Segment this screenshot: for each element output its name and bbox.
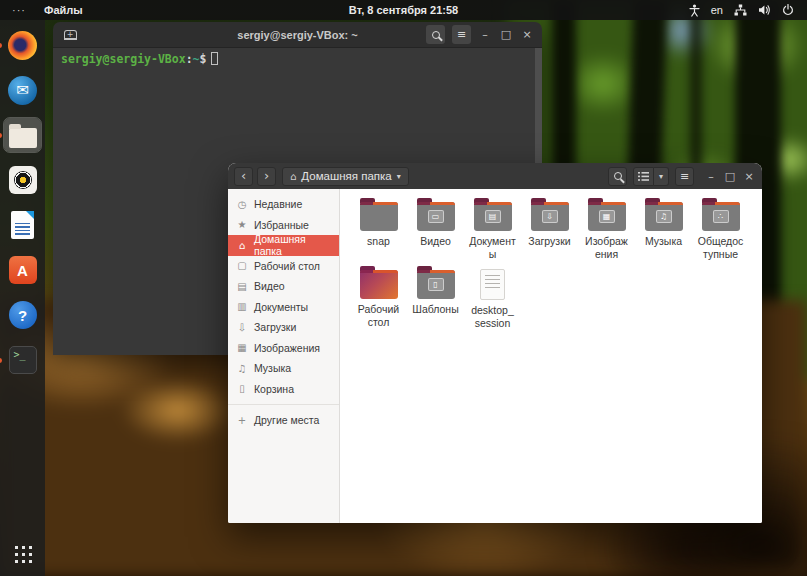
search-icon (614, 172, 622, 180)
terminal-minimize-button[interactable]: – (478, 28, 492, 41)
files-search-button[interactable] (608, 167, 627, 186)
folder-icon: ∴ (702, 202, 740, 231)
grid-item-documents[interactable]: ▤ Документ ы (464, 196, 521, 260)
download-emblem-icon: ⇩ (542, 210, 558, 223)
clock[interactable]: Вт, 8 сентября 21:58 (0, 4, 807, 16)
show-applications-button[interactable] (4, 536, 41, 570)
terminal-search-button[interactable] (426, 25, 445, 44)
sidebar-item-music[interactable]: ♫ Музыка (228, 358, 339, 379)
files-menu-button[interactable]: ≡ (675, 167, 694, 186)
grid-item-label: Шаблоны (412, 303, 458, 316)
star-icon: ★ (236, 219, 248, 230)
grid-item-label: Общедос тупные (698, 235, 744, 260)
sidebar-item-label: Музыка (254, 362, 291, 374)
grid-item-videos[interactable]: ▭ Видео (407, 196, 464, 260)
activities-button[interactable]: ··· (12, 4, 26, 16)
grid-item-label: Видео (420, 235, 451, 248)
music-emblem-icon: ♫ (656, 210, 672, 223)
grid-item-desktop[interactable]: Рабочий стол (350, 264, 407, 329)
grid-item-templates[interactable]: ▯ Шаблоны (407, 264, 464, 329)
grid-item-music[interactable]: ♫ Музыка (635, 196, 692, 260)
search-icon (432, 31, 440, 39)
home-icon: ⌂ (290, 171, 296, 182)
files-content-grid[interactable]: snap ▭ Видео ▤ Документ ы ⇩ Загрузки ▦ И… (340, 189, 762, 523)
files-maximize-button[interactable]: □ (723, 170, 737, 183)
sidebar-item-label: Изображения (254, 342, 320, 354)
sidebar-item-label: Рабочий стол (254, 260, 320, 272)
grid-item-label: desktop_ session (471, 304, 514, 329)
image-emblem-icon: ▦ (599, 210, 615, 223)
dock: ✉ A ? >_ (0, 20, 45, 576)
terminal-titlebar[interactable]: + sergiy@sergiy-VBox: ~ ≡ – □ × (53, 22, 542, 48)
view-options-dropdown[interactable]: ▾ (654, 167, 669, 186)
chevron-down-icon: ▾ (397, 172, 401, 181)
prompt-colon: : (186, 52, 193, 66)
folder-icon (360, 202, 398, 231)
accessibility-icon[interactable] (689, 4, 700, 17)
terminal-prompt: sergiy@sergiy-VBox:~$ (61, 52, 534, 66)
files-minimize-button[interactable]: – (704, 170, 718, 183)
volume-icon[interactable] (758, 4, 771, 16)
firefox-icon (8, 31, 37, 60)
thunderbird-icon: ✉ (8, 76, 37, 105)
dock-item-thunderbird[interactable]: ✉ (4, 73, 41, 107)
sidebar-item-home[interactable]: ⌂ Домашняя папка (228, 235, 339, 256)
files-headerbar[interactable]: ‹ › ⌂ Домашняя папка ▾ ▾ (228, 163, 762, 189)
grid-item-pictures[interactable]: ▦ Изображ ения (578, 196, 635, 260)
grid-item-downloads[interactable]: ⇩ Загрузки (521, 196, 578, 260)
prompt-path: ~ (193, 52, 200, 66)
share-emblem-icon: ∴ (713, 210, 729, 223)
dock-item-libreoffice-writer[interactable] (4, 208, 41, 242)
grid-item-label: Документ ы (469, 235, 516, 260)
files-close-button[interactable]: × (742, 170, 756, 183)
back-button[interactable]: ‹ (234, 167, 253, 186)
grid-item-snap[interactable]: snap (350, 196, 407, 260)
view-toggle-button[interactable]: ▾ (633, 167, 669, 186)
dock-item-terminal[interactable]: >_ (4, 343, 41, 377)
power-icon[interactable] (782, 4, 794, 16)
sidebar-item-label: Домашняя папка (254, 233, 331, 257)
help-icon: ? (9, 301, 37, 329)
grid-item-desktop-session[interactable]: desktop_ session (464, 264, 521, 329)
app-menu-button[interactable]: Файлы (44, 4, 83, 16)
grid-item-label: Музыка (645, 235, 682, 248)
terminal-close-button[interactable]: × (520, 28, 534, 41)
desktop: + sergiy@sergiy-VBox: ~ ≡ – □ × sergiy@s… (0, 0, 807, 576)
dock-item-help[interactable]: ? (4, 298, 41, 332)
sidebar-item-label: Загрузки (254, 321, 296, 333)
dock-item-firefox[interactable] (4, 28, 41, 62)
sidebar-item-trash[interactable]: ▯ Корзина (228, 379, 339, 400)
sidebar-item-videos[interactable]: ▤ Видео (228, 276, 339, 297)
forward-button[interactable]: › (257, 167, 276, 186)
sidebar-item-desktop[interactable]: ▢ Рабочий стол (228, 256, 339, 277)
grid-item-label: Изображ ения (585, 235, 628, 260)
keyboard-layout-indicator[interactable]: en (711, 4, 723, 16)
terminal-maximize-button[interactable]: □ (499, 28, 513, 41)
text-file-icon (480, 269, 505, 300)
sidebar-item-label: Недавние (254, 198, 302, 210)
path-bar-button[interactable]: ⌂ Домашняя папка ▾ (282, 167, 409, 186)
network-icon[interactable] (734, 4, 747, 16)
sidebar-item-label: Документы (254, 301, 308, 313)
sidebar-item-recent[interactable]: ◷ Недавние (228, 194, 339, 215)
folder-icon: ▦ (588, 202, 626, 231)
dock-item-files[interactable] (4, 118, 41, 152)
grid-item-public[interactable]: ∴ Общедос тупные (692, 196, 749, 260)
folder-icon: ▤ (474, 202, 512, 231)
terminal-menu-button[interactable]: ≡ (452, 25, 471, 44)
download-icon: ⇩ (236, 322, 248, 333)
grid-item-label: Рабочий стол (358, 303, 399, 328)
terminal-new-tab-button[interactable]: + (61, 27, 79, 43)
sidebar-item-starred[interactable]: ★ Избранные (228, 215, 339, 236)
image-icon: ▦ (236, 342, 248, 353)
terminal-cursor (211, 52, 218, 65)
list-view-icon[interactable] (633, 167, 654, 186)
sidebar-item-documents[interactable]: ▥ Документы (228, 297, 339, 318)
sidebar-item-downloads[interactable]: ⇩ Загрузки (228, 317, 339, 338)
rhythmbox-icon (9, 166, 37, 194)
dock-item-rhythmbox[interactable] (4, 163, 41, 197)
sidebar-item-pictures[interactable]: ▦ Изображения (228, 338, 339, 359)
sidebar-item-other-locations[interactable]: + Другие места (228, 410, 339, 431)
dock-item-ubuntu-software[interactable]: A (4, 253, 41, 287)
music-note-icon: ♫ (236, 363, 248, 374)
